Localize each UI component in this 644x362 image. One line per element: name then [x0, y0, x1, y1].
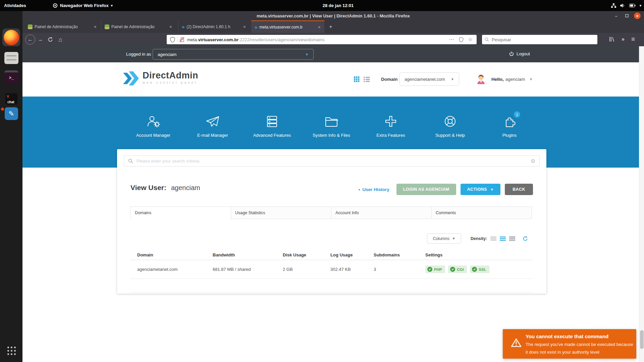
page-actions-icon[interactable]: ⋯	[449, 37, 454, 43]
list-view-icon[interactable]	[364, 76, 370, 82]
dock-editor-icon[interactable]: ✎	[5, 107, 18, 120]
columns-button[interactable]: Columns ▼	[427, 233, 461, 244]
error-toast[interactable]: You cannot execute that command The requ…	[503, 329, 636, 359]
app-menu-label: Navegador Web Firefox	[60, 3, 109, 8]
volume-icon	[620, 3, 625, 8]
toast-message-line1: The request you've made cannot be execut…	[526, 342, 633, 347]
app-menu[interactable]: Navegador Web Firefox ▾	[49, 0, 117, 11]
server-stack-icon	[264, 114, 280, 129]
system-tray[interactable]: ▾	[611, 0, 641, 11]
col-settings[interactable]: Settings	[425, 252, 533, 257]
density-compact-icon[interactable]	[490, 236, 496, 241]
dock-firefox-icon[interactable]	[2, 28, 20, 46]
logout-button[interactable]: Logout	[509, 51, 530, 56]
php-badge: ✔PHP	[425, 265, 445, 273]
email-manager-icon	[205, 114, 220, 129]
new-tab-button[interactable]: +	[326, 22, 335, 31]
library-icon[interactable]	[609, 36, 615, 42]
tab-close-icon[interactable]: ×	[317, 24, 322, 30]
table-bottom-border	[130, 292, 533, 293]
nav-advanced-features[interactable]: Advanced Features	[250, 113, 294, 138]
col-disk-usage[interactable]: Disk Usage	[283, 252, 330, 257]
search-settings-gear-icon[interactable]: ⚙	[531, 158, 535, 164]
actions-button[interactable]: ACTIONS ▼	[461, 184, 500, 195]
pocket-icon[interactable]	[459, 37, 464, 42]
back-button-page[interactable]: BACK	[505, 184, 533, 195]
nav-plugins[interactable]: 1 Plugins	[488, 113, 531, 138]
bullet-icon: •	[359, 187, 360, 192]
insecure-lock-icon[interactable]	[179, 37, 184, 42]
show-applications-button[interactable]	[3, 345, 19, 357]
page-search-input[interactable]	[136, 158, 531, 164]
reload-button[interactable]	[45, 35, 55, 45]
nav-support-help[interactable]: Support & Help	[428, 113, 472, 138]
refresh-icon[interactable]	[523, 236, 528, 241]
cell-settings: ✔PHP ✔CGI ✔SSL	[425, 265, 533, 273]
tab-account-info[interactable]: Account Info	[331, 206, 432, 219]
dock-chat-icon[interactable]: xchat	[5, 93, 18, 105]
nav-account-manager[interactable]: Account Manager	[131, 113, 175, 138]
user-menu[interactable]: Hello, agenciam ▼	[491, 77, 533, 82]
tab-domains[interactable]: Domains	[130, 206, 231, 219]
density-normal-icon-active[interactable]	[500, 236, 506, 241]
table-row: agenciametanet.com 681.87 MB / shared 2 …	[130, 260, 533, 279]
search-input[interactable]	[491, 37, 595, 43]
overflow-chevrons-icon[interactable]: »	[622, 36, 625, 42]
col-domain[interactable]: Domain	[137, 252, 213, 257]
user-history-link[interactable]: • User History	[359, 187, 389, 192]
domain-select[interactable]: agenciametanet.com ▼	[399, 72, 459, 86]
close-button[interactable]: ×	[634, 12, 641, 19]
col-log-usage[interactable]: Log Usage	[330, 252, 374, 257]
page-content: Logged in as agenciam ▼ Logout	[22, 46, 644, 362]
avatar[interactable]	[476, 74, 486, 84]
browser-tab-2[interactable]: Painel de Administração ×	[101, 20, 176, 33]
check-icon: ✔	[450, 267, 455, 272]
nav-extra-features[interactable]: Extra Features	[369, 113, 413, 138]
files-icon	[4, 52, 18, 64]
back-button[interactable]: ←	[25, 35, 35, 45]
xchat-icon: xchat	[5, 93, 17, 105]
tab-comments[interactable]: Comments	[431, 206, 532, 219]
scrollbar-thumb[interactable]	[640, 330, 644, 349]
nav-email-manager[interactable]: E-mail Manager	[191, 113, 234, 138]
power-icon	[509, 51, 514, 56]
dock-files-icon[interactable]	[4, 51, 19, 65]
col-subdomains[interactable]: Subdomains	[374, 252, 425, 257]
restore-button[interactable]	[623, 12, 631, 19]
browser-tab-active[interactable]: » meta.virtuaserver.com.b ×	[251, 20, 324, 33]
admin-bar: Logged in as agenciam ▼ Logout	[22, 46, 644, 62]
dock-terminal-icon[interactable]: >_	[4, 70, 19, 84]
forward-icon: →	[38, 37, 43, 43]
firefox-search-bar[interactable]	[482, 35, 597, 44]
clock[interactable]: 28 de jan 12:01	[323, 3, 354, 8]
url-bar[interactable]: meta.virtuaserver.com.br:2222/reseller/u…	[167, 35, 477, 44]
hello-label: Hello,	[491, 77, 504, 82]
cell-domain[interactable]: agenciametanet.com	[137, 267, 213, 272]
tab-close-icon[interactable]: ×	[242, 24, 247, 29]
browser-tab-3[interactable]: » (2) DirectAdmin 1.60.1 h ×	[178, 20, 250, 33]
home-button[interactable]: ⌂	[55, 35, 65, 45]
tab-label: Painel de Administração	[35, 24, 91, 29]
login-as-user-button[interactable]: LOGIN AS AGENCIAM	[396, 184, 456, 195]
tab-close-icon[interactable]: ×	[93, 24, 98, 29]
nav-system-info-files[interactable]: System Info & Files	[310, 113, 353, 138]
tracking-shield-icon[interactable]	[170, 37, 175, 43]
main-nav: Account Manager E-mail Manager Advanced …	[131, 113, 531, 138]
check-icon: ✔	[472, 267, 477, 272]
grid-view-icon[interactable]	[354, 76, 360, 82]
bookmark-star-icon[interactable]: ☆	[468, 37, 473, 43]
logged-in-user-select[interactable]: agenciam ▼	[153, 49, 314, 60]
chevron-down-icon: ▼	[452, 237, 455, 240]
tab-close-icon[interactable]: ×	[168, 24, 173, 29]
col-bandwidth[interactable]: Bandwidth	[213, 252, 283, 257]
directadmin-logo[interactable]: DirectAdmin web control panel	[123, 71, 198, 86]
browser-tab-1[interactable]: Painel de Administração ×	[24, 20, 100, 33]
density-comfortable-icon[interactable]	[509, 236, 515, 241]
page-search-bar[interactable]: ⚙	[124, 155, 540, 167]
hamburger-menu-icon[interactable]: ≡	[631, 36, 635, 43]
minimize-button[interactable]: –	[612, 12, 620, 19]
tab-usage-statistics[interactable]: Usage Statistics	[231, 206, 331, 219]
forward-button[interactable]: →	[35, 35, 45, 45]
activities-button[interactable]: Atividades	[0, 0, 30, 11]
page-scrollbar[interactable]	[639, 46, 644, 362]
